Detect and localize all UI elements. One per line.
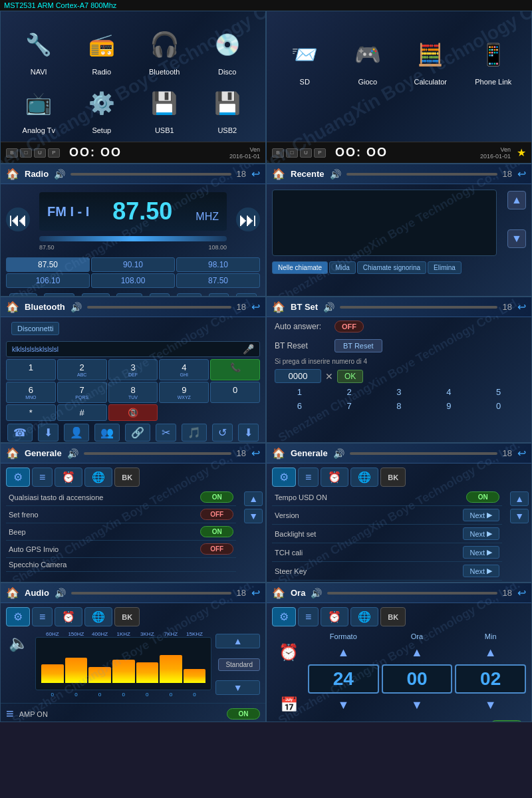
gen-l-toggle-2[interactable]: ON xyxy=(200,526,233,537)
gen-r-tab-eq[interactable]: ≡ xyxy=(298,467,319,487)
btset-vol-slider[interactable] xyxy=(340,306,497,309)
ora-tab-settings[interactable]: ⚙ xyxy=(272,607,296,626)
ora-tab-bk[interactable]: BK xyxy=(380,607,406,626)
bt-vol-slider[interactable] xyxy=(87,306,231,309)
btset-n3[interactable]: 3 xyxy=(392,387,406,397)
ora-tab-eq[interactable]: ≡ xyxy=(298,607,319,626)
radio-next-btn[interactable]: ⏭ xyxy=(236,207,260,231)
recente-up-btn[interactable]: ▲ xyxy=(507,191,526,209)
bt-func-1[interactable]: ⬇ xyxy=(38,424,59,442)
app-radio[interactable]: 📻 Radio xyxy=(70,21,134,80)
numpad-call[interactable]: 📞 xyxy=(210,359,260,380)
gen-l-back[interactable]: ↩ xyxy=(251,447,260,460)
recente-tab-1[interactable]: Mida xyxy=(329,261,356,274)
btset-n2[interactable]: 2 xyxy=(342,387,356,397)
btset-auto-answer-toggle[interactable]: OFF xyxy=(334,321,364,332)
app-calculator[interactable]: 🧮 Calculator xyxy=(399,31,462,138)
gen-l-tab-bk[interactable]: BK xyxy=(114,467,140,487)
numpad-3[interactable]: 3DEF xyxy=(108,359,158,380)
btset-n9[interactable]: 9 xyxy=(442,401,456,411)
bt-func-7[interactable]: ↺ xyxy=(212,424,233,442)
gen-r-toggle-0[interactable]: ON xyxy=(466,491,499,503)
gen-r-scroll-up[interactable]: ▲ xyxy=(510,491,529,506)
btset-back[interactable]: ↩ xyxy=(517,301,526,313)
audio-tab-bk[interactable]: BK xyxy=(114,607,140,626)
btset-n8[interactable]: 8 xyxy=(392,401,406,411)
gen-l-toggle-3[interactable]: OFF xyxy=(200,543,233,555)
recente-tab-0[interactable]: Nelle chiamate xyxy=(272,261,328,274)
gen-l-scroll-down[interactable]: ▼ xyxy=(244,509,263,523)
bt-func-8[interactable]: ⬇ xyxy=(238,424,259,442)
gen-r-next-1[interactable]: Next ▶ xyxy=(463,509,500,521)
ora-formato-down[interactable]: ▼ xyxy=(308,698,379,712)
numpad-star[interactable]: * xyxy=(6,404,56,421)
ora-back[interactable]: ↩ xyxy=(517,587,526,599)
recente-tab-2[interactable]: Chiamate signorina xyxy=(357,261,426,274)
audio-tab-settings[interactable]: ⚙ xyxy=(6,607,30,626)
bt-back[interactable]: ↩ xyxy=(251,301,260,313)
app-bluetooth[interactable]: 🎧 Bluetooth xyxy=(133,21,196,80)
audio-vol-slider[interactable] xyxy=(71,592,231,595)
app-usb2[interactable]: 💾 USB2 xyxy=(196,80,259,138)
gen-r-back[interactable]: ↩ xyxy=(517,447,526,460)
recente-back[interactable]: ↩ xyxy=(517,168,526,180)
btset-reset-btn[interactable]: BT Reset xyxy=(334,339,382,352)
numpad-hash[interactable]: # xyxy=(57,404,107,421)
app-usb1[interactable]: 💾 USB1 xyxy=(133,80,196,138)
btset-ok-btn[interactable]: OK xyxy=(337,370,363,383)
app-navi[interactable]: 🔧 NAVI xyxy=(7,21,70,80)
numpad-1[interactable]: 1 xyxy=(6,359,56,380)
gen-l-tab-clock[interactable]: ⏰ xyxy=(55,467,82,487)
bt-disconnect-btn[interactable]: Disconnetti xyxy=(11,322,59,335)
gen-r-vol-slider[interactable] xyxy=(350,452,497,455)
gen-r-tab-settings[interactable]: ⚙ xyxy=(272,467,296,487)
preset-4[interactable]: 106.10 xyxy=(6,273,90,288)
gen-l-scroll-up[interactable]: ▲ xyxy=(244,491,263,506)
gen-l-tab-globe[interactable]: 🌐 xyxy=(84,467,112,487)
gen-r-next-3[interactable]: Next ▶ xyxy=(463,546,500,559)
audio-tab-eq[interactable]: ≡ xyxy=(32,607,53,626)
preset-2[interactable]: 90.10 xyxy=(91,257,175,272)
audio-tab-clock[interactable]: ⏰ xyxy=(55,607,82,626)
gen-l-toggle-0[interactable]: ON xyxy=(200,491,233,503)
app-analog-tv[interactable]: 📺 Analog Tv xyxy=(7,80,70,138)
recente-vol-slider[interactable] xyxy=(346,173,497,176)
ora-min-down[interactable]: ▼ xyxy=(455,698,526,712)
numpad-endcall[interactable]: 📵 xyxy=(108,404,158,421)
numpad-0[interactable]: 0 xyxy=(210,382,260,403)
ora-calendar-icon[interactable]: 📅 xyxy=(272,696,305,714)
eq-bar-2[interactable] xyxy=(88,638,111,690)
gen-r-scroll-down[interactable]: ▼ xyxy=(510,509,529,523)
btset-n4[interactable]: 4 xyxy=(442,387,456,397)
bt-func-3[interactable]: 👥 xyxy=(94,424,120,442)
gen-l-vol-slider[interactable] xyxy=(84,452,231,455)
ora-tab-globe[interactable]: 🌐 xyxy=(350,607,378,626)
eq-bar-1[interactable] xyxy=(65,638,88,690)
gen-r-next-2[interactable]: Next ▶ xyxy=(463,527,500,540)
app-sd[interactable]: 📨 SD xyxy=(273,31,336,138)
audio-back[interactable]: ↩ xyxy=(251,587,260,599)
eq-scroll-up[interactable]: ▲ xyxy=(215,634,260,648)
bt-func-5[interactable]: ✂ xyxy=(156,424,176,442)
numpad-6[interactable]: 6MNO xyxy=(6,382,56,403)
eq-bar-4[interactable] xyxy=(136,638,159,690)
eq-preset-btn[interactable]: Standard xyxy=(218,658,260,671)
numpad-7[interactable]: 7PQRS xyxy=(57,382,107,403)
btset-n1[interactable]: 1 xyxy=(293,387,306,397)
gen-l-tab-settings[interactable]: ⚙ xyxy=(6,467,30,487)
bt-func-2[interactable]: 👤 xyxy=(64,424,89,442)
ora-sync-toggle[interactable]: ON xyxy=(490,720,523,722)
gen-l-tab-eq[interactable]: ≡ xyxy=(32,467,53,487)
radio-prev-btn[interactable]: ⏮ xyxy=(6,207,30,231)
eq-bar-6[interactable] xyxy=(184,638,206,690)
ora-min-up[interactable]: ▲ xyxy=(455,646,526,660)
ora-vol-slider[interactable] xyxy=(327,592,497,595)
bt-func-6[interactable]: 🎵 xyxy=(182,424,207,442)
gen-l-toggle-1[interactable]: OFF xyxy=(200,509,233,520)
btset-pin-clear[interactable]: ✕ xyxy=(325,371,333,382)
eq-bar-0[interactable] xyxy=(41,638,64,690)
btset-n6[interactable]: 6 xyxy=(293,401,306,411)
gen-r-tab-clock[interactable]: ⏰ xyxy=(321,467,348,487)
radio-vol-slider[interactable] xyxy=(70,173,231,176)
app-phone-link[interactable]: 📱 Phone Link xyxy=(462,31,525,138)
